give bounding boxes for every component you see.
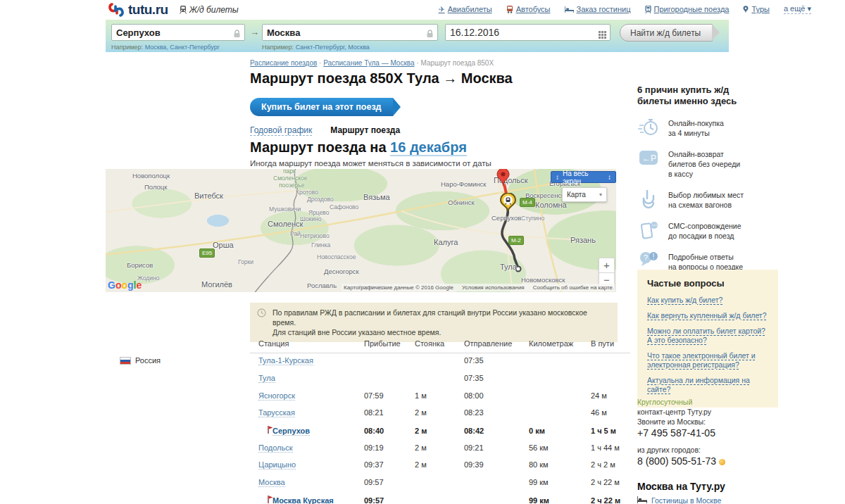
- logo-text: tutu.ru: [128, 2, 168, 18]
- date-input[interactable]: [450, 25, 584, 40]
- faq-link[interactable]: Можно ли оплатить билет картой? А это бе…: [647, 327, 768, 345]
- section-label: Ж/д билеты: [180, 5, 239, 15]
- faq-link[interactable]: Как купить ж/д билет?: [647, 296, 768, 305]
- station-link[interactable]: Серпухов: [273, 427, 310, 436]
- chevron-down-icon: ▾: [807, 4, 811, 13]
- map-label: Борисов: [127, 261, 153, 269]
- tab-train-route[interactable]: Маршрут поезда: [330, 125, 400, 136]
- from-input[interactable]: [116, 25, 225, 40]
- map-label: Полоцк: [144, 183, 167, 191]
- benefit-item: ←P Онлайн-возвратбилетов без очередив ка…: [637, 148, 778, 179]
- map-type-dropdown[interactable]: Карта▾: [562, 187, 607, 202]
- faq-link[interactable]: Как вернуть купленный ж/д билет?: [647, 311, 768, 320]
- station-link[interactable]: Тула-1-Курская: [258, 356, 313, 365]
- fullscreen-button[interactable]: ↕ На весь экран ↕: [551, 171, 616, 183]
- search-panel: Например: Москва, Санкт-Петербург → Напр…: [106, 20, 729, 52]
- map-label: Новомосковск: [521, 276, 565, 284]
- station-link[interactable]: Тарусская: [258, 408, 295, 417]
- map-label: Новоспасское: [317, 253, 356, 260]
- table-row: Ясногорск 07:591 м 08:0024 м: [250, 391, 634, 400]
- top-nav: ✈Авиабилеты Автобусы Заказ гостиниц Приг…: [438, 4, 811, 14]
- from-hint: Например: Москва, Санкт-Петербург: [111, 44, 220, 51]
- map-label: Серпухов: [492, 214, 521, 222]
- clock-icon: [257, 308, 266, 320]
- buy-ticket-button[interactable]: Купить билет на этот поезд: [250, 98, 393, 116]
- terms-link[interactable]: Условия использования: [462, 284, 525, 291]
- nav-hotels[interactable]: Заказ гостиниц: [565, 5, 631, 13]
- map-label: Сафоново: [330, 203, 358, 210]
- top-bar: tutu.ru Ж/д билеты ✈Авиабилеты Автобусы …: [106, 0, 817, 20]
- map-label: Рязань: [570, 236, 596, 244]
- date-field-wrap: [445, 24, 611, 41]
- tab-year-schedule[interactable]: Годовой график: [250, 125, 312, 136]
- page: tutu.ru Ж/д билеты ✈Авиабилеты Автобусы …: [0, 0, 845, 504]
- phone-moscow: +7 495 587-41-05: [637, 428, 725, 438]
- svg-text:!: !: [653, 253, 655, 260]
- date-link[interactable]: 16 декабря: [390, 139, 467, 156]
- breadcrumb-link-schedule[interactable]: Расписание поездов: [250, 59, 317, 67]
- lock-icon: [233, 28, 241, 41]
- seat-select-icon: [637, 189, 660, 210]
- station-link[interactable]: Москва: [258, 478, 285, 487]
- map-label: Ступино: [521, 215, 544, 222]
- map-label: Шокино: [300, 215, 321, 222]
- map-label: парк: [283, 169, 296, 175]
- faq-link[interactable]: Что такое электронный билет и электронна…: [647, 351, 768, 370]
- route-note: Иногда маршрут поезда может меняться в з…: [250, 159, 492, 168]
- hotels-link[interactable]: Гостиницы в Москве: [651, 496, 721, 504]
- nav-suburban[interactable]: Пригородные поезда: [645, 5, 730, 13]
- breadcrumb-current: Маршрут поезда 850Х: [420, 59, 494, 67]
- report-error-link[interactable]: Сообщить об ошибке на карте: [533, 284, 613, 291]
- nav-avia[interactable]: ✈Авиабилеты: [438, 5, 492, 14]
- header-divider: [250, 353, 630, 353]
- road-badge: М-2: [508, 236, 524, 245]
- map-label: Коломна: [535, 201, 567, 209]
- to-hint: Например: Санкт-Петербург, Москва: [262, 44, 370, 51]
- bed-icon: [637, 496, 647, 504]
- map-label: Нетризово: [300, 232, 330, 239]
- benefit-item: Онлайн-покупказа 4 минуты: [637, 117, 778, 138]
- find-tickets-button[interactable]: Найти ж/д билеты: [620, 24, 713, 42]
- map-label: Могилёв: [201, 280, 232, 289]
- road-badge: Е95: [199, 248, 215, 258]
- map-label: Десногорск: [324, 267, 359, 275]
- map-label: Новополоцк: [132, 172, 170, 179]
- plane-icon: ✈: [438, 5, 444, 14]
- nav-bus[interactable]: Автобусы: [506, 5, 551, 13]
- station-link[interactable]: Тула: [258, 374, 275, 383]
- zoom-in-button[interactable]: +: [599, 258, 615, 273]
- calendar-icon: [599, 29, 606, 42]
- train-marker-icon: [499, 193, 518, 212]
- station-link[interactable]: Подольск: [258, 443, 293, 453]
- to-field-wrap: [262, 24, 438, 41]
- station-link[interactable]: Ясногорск: [258, 391, 295, 401]
- table-header: Станция Прибытие Стоянка Отправление Кил…: [250, 339, 634, 348]
- benefits-title: 6 причин купить ж/д билеты именно здесь: [637, 84, 778, 107]
- station-link[interactable]: Царицыно: [258, 460, 296, 470]
- phone-tollfree: 8 (800) 505-51-73: [637, 456, 725, 466]
- to-input[interactable]: [267, 25, 410, 40]
- subtitle: Маршрут поезда на 16 декабря: [250, 139, 467, 156]
- pin-icon: [743, 6, 749, 13]
- breadcrumb: Расписание поездов · Расписание Тула — М…: [250, 59, 494, 67]
- svg-text:?: ?: [644, 253, 648, 262]
- map-label: Кротово: [296, 189, 318, 196]
- country-label: Россия: [120, 356, 161, 365]
- table-row: Тула 07:35: [250, 374, 634, 382]
- nav-tours[interactable]: Туры: [743, 5, 770, 13]
- table-row: Серпухов 08:402 м 08:420 км1 ч 5 м: [250, 426, 634, 435]
- google-logo[interactable]: Google: [108, 279, 142, 291]
- map-label: Мушковичи: [269, 206, 301, 213]
- route-map[interactable]: НовополоцкПолоцкВитебскОршаБорисовЖодино…: [106, 169, 616, 292]
- direction-arrow: →: [250, 27, 259, 37]
- map-label: Витебск: [194, 191, 223, 200]
- map-attribution: Картографические данные © 2016 Google Ус…: [342, 284, 615, 291]
- table-row: Тула-1-Курская 07:35: [250, 356, 634, 365]
- breadcrumb-link-tula-moscow[interactable]: Расписание Тула — Москва: [323, 59, 414, 67]
- benefit-item: Выбор любимых местна схемах вагонов: [637, 189, 778, 210]
- nav-more[interactable]: а ещё ▾: [784, 4, 811, 14]
- benefit-item: СМС-сопровождениедо посадки в поезд: [637, 220, 778, 241]
- station-link[interactable]: Москва Курская: [273, 496, 334, 504]
- faq-link[interactable]: Актуальна ли информация на сайте?: [647, 376, 768, 394]
- logo[interactable]: tutu.ru Ж/д билеты: [108, 1, 239, 18]
